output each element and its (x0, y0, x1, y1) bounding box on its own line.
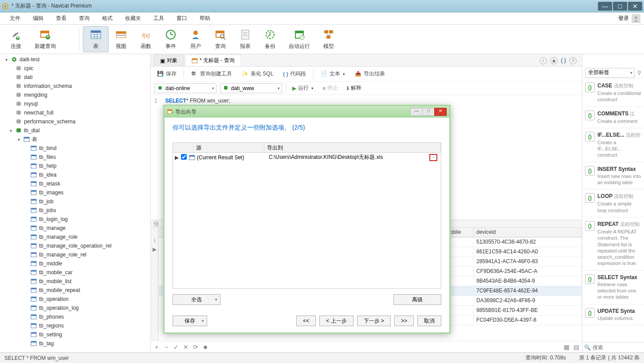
tree-table[interactable]: tb_tag (0, 339, 150, 348)
tree-table[interactable]: tb_bind (0, 144, 150, 153)
delete-row-icon[interactable]: − (163, 343, 169, 351)
menu-tools[interactable]: 工具 (147, 13, 170, 24)
tree-table[interactable]: tb_mobile_car (0, 268, 150, 277)
save-button[interactable]: 💾保存 (154, 69, 179, 79)
dialog-close-button[interactable]: ✕ (434, 108, 447, 116)
menu-favorites[interactable]: 收藏夹 (119, 13, 147, 24)
menu-view[interactable]: 查看 (50, 13, 73, 24)
select-all-button[interactable]: 全选 (173, 294, 220, 305)
refresh-icon[interactable]: ⟳ (192, 343, 199, 351)
tree-table[interactable]: tb_idea (0, 170, 150, 179)
tree-table[interactable]: tb_help (0, 162, 150, 170)
snippet-item[interactable]: ()UPDATE SyntaUpdate columns (582, 304, 644, 325)
brackets-icon[interactable]: ( ) (561, 57, 566, 64)
ribbon-query[interactable]: 查询 (208, 27, 233, 52)
snippet-item[interactable]: ()COMMENTS 注Create a comment (582, 107, 644, 128)
col-header[interactable]: deviceid (474, 228, 582, 237)
eye-icon[interactable]: ◉ (550, 57, 558, 64)
add-row-icon[interactable]: + (153, 343, 160, 351)
snippet-item[interactable]: ()CASE 流程控制Create a conditional construc… (582, 79, 644, 107)
tree-table[interactable]: tb_operation (0, 295, 150, 304)
run-button[interactable]: ▶运行▾ (290, 83, 316, 93)
prev-button[interactable]: < 上一步 (319, 316, 353, 326)
cancel-button[interactable]: 取消 (417, 316, 441, 326)
ribbon-model[interactable]: 模型 (316, 27, 341, 52)
ribbon-connection[interactable]: + 连接 (4, 27, 28, 52)
grid-view-icon[interactable]: ▦ (563, 343, 569, 351)
ribbon-event[interactable]: 事件 (158, 27, 183, 52)
tree-db[interactable]: information_schema (0, 82, 150, 91)
expander-icon[interactable]: ▾ (4, 57, 9, 62)
info-icon[interactable]: i (540, 57, 547, 64)
tree-table[interactable]: tb_jobs (0, 206, 150, 215)
tree-table[interactable]: tb_manage (0, 224, 150, 233)
tree-table[interactable]: tb_phones (0, 312, 150, 321)
ribbon-table[interactable]: 表 (83, 26, 109, 52)
tree-table[interactable]: tb_setting (0, 330, 150, 339)
snippet-item[interactable]: ()LOOP 流程控制Create a simple loop construc… (582, 189, 644, 217)
tab-query[interactable]: * 无标题 - 查询 (185, 55, 241, 66)
tree-table[interactable]: tb_images (0, 188, 150, 197)
stop-button[interactable]: ■停止 (320, 83, 341, 93)
expander-icon[interactable]: ▾ (8, 128, 13, 133)
menu-window[interactable]: 窗口 (170, 13, 193, 24)
tree-table[interactable]: tb_regions (0, 321, 150, 330)
connection-tree[interactable]: ▾ daiti-test cpic dati information_schem… (0, 54, 151, 352)
tree-table[interactable]: tb_mobile_repeat (0, 286, 150, 295)
cancel-icon[interactable]: ✕ (183, 343, 189, 351)
tree-db[interactable]: mengding (0, 91, 150, 99)
export-row-checkbox[interactable] (181, 154, 187, 160)
login-link[interactable]: 登录 (618, 15, 629, 22)
export-results-button[interactable]: 📤导出结果 (352, 69, 388, 79)
commit-icon[interactable]: ✓ (173, 343, 179, 351)
snippet-item[interactable]: ()REPEAT 流程控制Create A REPEAT construct. … (582, 217, 644, 271)
tree-tables-node[interactable]: ▾表 (0, 135, 150, 144)
tree-db[interactable]: performance_schema (0, 117, 150, 126)
snippet-item[interactable]: ()SELECT SyntaxRetrieve rows selected fr… (582, 271, 644, 304)
tree-db[interactable]: dati (0, 73, 150, 82)
snippet-button[interactable]: ( )代码段 (280, 69, 308, 79)
ribbon-backup[interactable]: 备份 (258, 27, 283, 52)
ribbon-function[interactable]: f(x) 函数 (134, 27, 158, 52)
save-profile-button[interactable]: 保存 (173, 316, 207, 326)
snippet-item[interactable]: ()INSERT SyntaxInsert new rows into an e… (582, 162, 644, 190)
snippet-search[interactable]: 🔍 (582, 342, 644, 352)
form-view-icon[interactable]: ▤ (573, 343, 579, 351)
last-button[interactable]: >> (394, 316, 414, 326)
ribbon-new-query[interactable]: + 新建查询 (28, 27, 62, 52)
tab-objects[interactable]: ▣ 对象 (153, 55, 184, 66)
stop-icon[interactable]: ■ (202, 343, 208, 351)
tree-connection[interactable]: ▾ daiti-test (0, 55, 150, 64)
tree-table[interactable]: tb_operation_log (0, 304, 150, 312)
menu-format[interactable]: 格式 (96, 13, 119, 24)
dialog-minimize-button[interactable]: — (410, 108, 423, 116)
filter-icon[interactable]: ⚲ (637, 70, 641, 76)
menu-edit[interactable]: 编辑 (27, 13, 50, 24)
ribbon-report[interactable]: 报表 (233, 27, 258, 52)
tree-table[interactable]: tb_login_log (0, 215, 150, 224)
dialog-titlebar[interactable]: 导出向导 — □ ✕ (165, 106, 449, 118)
browse-button[interactable]: ⋯ (429, 154, 437, 161)
expander-icon[interactable]: ▾ (16, 137, 21, 142)
tree-table[interactable]: tb_ietask (0, 179, 150, 188)
snippet-search-input[interactable] (593, 344, 644, 351)
next-button[interactable]: 下一步 > (357, 316, 391, 326)
tree-db[interactable]: cpic (0, 64, 150, 73)
tree-table[interactable]: tb_middle (0, 259, 150, 268)
database-combo[interactable]: dati_www (220, 83, 282, 93)
close-button[interactable]: ✕ (628, 2, 642, 11)
minimize-button[interactable]: — (598, 2, 612, 11)
menu-file[interactable]: 文件 (4, 13, 27, 24)
tree-table[interactable]: tb_job (0, 197, 150, 206)
snippet-item[interactable]: ()IF...ELSE... 流程控Create a IF...ELSE... … (582, 128, 644, 162)
tree-table[interactable]: tb_mobile_list (0, 277, 150, 286)
tree-db[interactable]: newchat_full (0, 108, 150, 117)
first-button[interactable]: << (296, 316, 316, 326)
export-row[interactable]: ▶ (Current Result Set) C:\Users\Administ… (173, 153, 441, 162)
query-builder-button[interactable]: 🛠查询创建工具 (188, 69, 235, 79)
text-mode-button[interactable]: 📄文本▾ (318, 69, 348, 79)
tree-table[interactable]: tb_manage_role (0, 233, 150, 241)
tree-db[interactable]: mysql (0, 99, 150, 108)
advanced-button[interactable]: 高级 (393, 294, 441, 305)
ribbon-schedule[interactable]: 自动运行 (283, 27, 316, 52)
